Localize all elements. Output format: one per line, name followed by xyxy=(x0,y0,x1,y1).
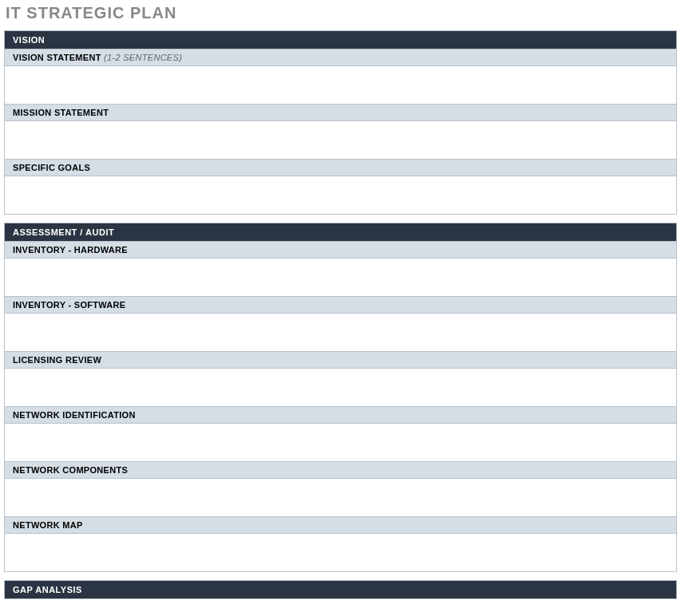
content-inventory-hardware[interactable] xyxy=(4,259,677,297)
sub-header-network-map: NETWORK MAP xyxy=(4,517,677,534)
content-network-identification[interactable] xyxy=(4,424,677,462)
sub-label: SPECIFIC GOALS xyxy=(13,163,90,172)
section-assessment: ASSESSMENT / AUDIT INVENTORY - HARDWARE … xyxy=(4,223,677,572)
sub-label: VISION STATEMENT xyxy=(13,53,101,62)
content-network-components[interactable] xyxy=(4,479,677,517)
content-network-map[interactable] xyxy=(4,534,677,572)
content-inventory-software[interactable] xyxy=(4,314,677,352)
section-header-gap-analysis: GAP ANALYSIS xyxy=(4,580,677,599)
sub-header-network-components: NETWORK COMPONENTS xyxy=(4,462,677,479)
sub-header-specific-goals: SPECIFIC GOALS xyxy=(4,160,677,176)
sub-header-inventory-hardware: INVENTORY - HARDWARE xyxy=(4,242,677,259)
sub-hint: (1-2 SENTENCES) xyxy=(104,53,182,62)
sub-header-network-identification: NETWORK IDENTIFICATION xyxy=(4,407,677,424)
content-specific-goals[interactable] xyxy=(4,176,677,215)
sub-label: NETWORK IDENTIFICATION xyxy=(13,410,136,420)
sub-label: INVENTORY - HARDWARE xyxy=(13,245,128,255)
sub-label: NETWORK COMPONENTS xyxy=(13,465,128,475)
sub-header-inventory-software: INVENTORY - SOFTWARE xyxy=(4,297,677,314)
content-vision-statement[interactable] xyxy=(4,66,677,105)
content-mission-statement[interactable] xyxy=(4,121,677,160)
sub-header-vision-statement: VISION STATEMENT (1-2 SENTENCES) xyxy=(4,49,677,66)
section-header-assessment: ASSESSMENT / AUDIT xyxy=(4,223,677,242)
sub-label: MISSION STATEMENT xyxy=(13,108,109,117)
sub-label: INVENTORY - SOFTWARE xyxy=(13,300,125,310)
sub-label: NETWORK MAP xyxy=(13,520,83,530)
page-title: IT STRATEGIC PLAN xyxy=(4,4,677,22)
sub-label: LICENSING REVIEW xyxy=(13,355,101,365)
section-gap-analysis: GAP ANALYSIS xyxy=(4,580,677,599)
sub-header-mission-statement: MISSION STATEMENT xyxy=(4,105,677,121)
content-licensing-review[interactable] xyxy=(4,369,677,407)
sub-header-licensing-review: LICENSING REVIEW xyxy=(4,352,677,369)
section-vision: VISION VISION STATEMENT (1-2 SENTENCES) … xyxy=(4,30,677,215)
section-header-vision: VISION xyxy=(4,30,677,49)
